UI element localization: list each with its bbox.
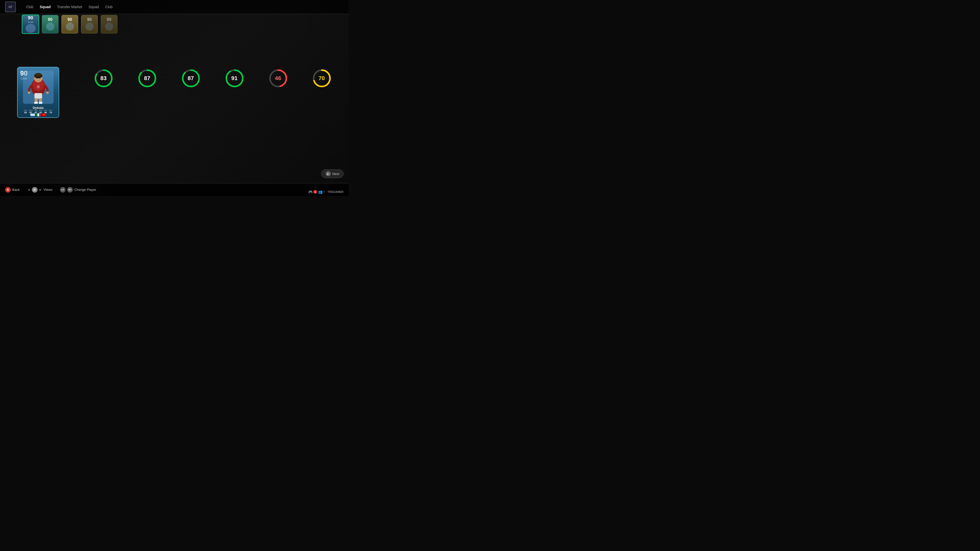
d-pad-icon: ◄ xyxy=(27,188,30,192)
card-player-image xyxy=(23,71,54,104)
defending-circle: 46 xyxy=(268,68,288,89)
mini-card-3[interactable]: 90 xyxy=(62,15,78,33)
player-card: 90 CAM xyxy=(17,67,59,118)
passing-circle: 87 xyxy=(181,68,201,89)
next-icon: ▶ xyxy=(326,171,331,176)
passing-value: 87 xyxy=(188,75,194,82)
b-button[interactable]: B xyxy=(5,187,11,192)
change-player-control: LT RT Change Player xyxy=(60,187,96,192)
nav-club[interactable]: Club xyxy=(26,4,33,10)
pace-value: 83 xyxy=(100,75,107,82)
r-button[interactable]: R xyxy=(32,187,38,192)
watermark: 🎮 1 👥 9 THEGAMER xyxy=(308,190,344,194)
nav-squad2[interactable]: Squad xyxy=(89,4,99,10)
change-player-label: Change Player xyxy=(74,188,96,192)
svg-rect-16 xyxy=(37,85,40,88)
next-label: Next xyxy=(332,172,339,176)
shooting-circle: 87 xyxy=(137,68,158,89)
next-button[interactable]: ▶ Next xyxy=(321,169,344,178)
views-control: ◄ R ► Views xyxy=(27,187,52,192)
notification-badge: 1 xyxy=(313,190,317,194)
nav-club2[interactable]: Club xyxy=(105,4,113,10)
svg-point-7 xyxy=(36,78,37,79)
shooting-value: 87 xyxy=(144,75,150,82)
club-logo: U7 xyxy=(5,2,16,12)
physical-value: 70 xyxy=(318,75,325,82)
mini-card-4[interactable]: 90 xyxy=(81,15,98,33)
pace-circle: 83 xyxy=(94,68,114,89)
active-mini-card[interactable]: 90 CAM xyxy=(22,14,39,34)
views-label: Views xyxy=(44,188,52,192)
mini-card-position: CAM xyxy=(28,21,33,24)
svg-point-6 xyxy=(35,73,41,76)
svg-point-9 xyxy=(28,91,30,94)
rt-button[interactable]: RT xyxy=(67,187,73,192)
italy-flag xyxy=(36,113,41,116)
bottom-bar: B Back ◄ R ► Views LT RT Change Player 🎮… xyxy=(0,183,348,196)
svg-rect-14 xyxy=(34,102,38,104)
stat-pac: PAC 83 xyxy=(24,110,27,114)
back-label: Back xyxy=(12,188,20,192)
back-control: B Back xyxy=(5,187,20,192)
svg-point-10 xyxy=(46,91,49,94)
top-nav: U7 Club Squad Transfer Market Squad Club xyxy=(0,0,348,14)
mini-card-rating: 90 xyxy=(28,15,33,21)
svg-point-8 xyxy=(39,78,40,79)
dribbling-circle: 91 xyxy=(224,68,245,89)
svg-rect-15 xyxy=(39,102,42,104)
controller-icon: 🎮 xyxy=(308,190,313,194)
card-flags: R xyxy=(30,113,46,116)
stat-phy: PHY 70 xyxy=(49,110,52,114)
players-icon: 👥 xyxy=(318,190,323,194)
player-count: 9 xyxy=(323,190,325,193)
argentina-flag xyxy=(30,113,35,116)
dribbling-value: 91 xyxy=(231,75,237,82)
nav-transfer-market[interactable]: Transfer Market xyxy=(57,4,82,10)
roma-badge: R xyxy=(41,113,46,116)
brand-name: THEGAMER xyxy=(328,190,344,193)
physical-circle: 70 xyxy=(312,68,332,89)
mini-card-5[interactable]: 89 xyxy=(101,15,118,33)
defending-value: 46 xyxy=(275,75,281,82)
card-player-name: Dybala xyxy=(33,106,44,110)
d-pad-right-icon: ► xyxy=(39,188,42,192)
mini-card-player xyxy=(25,24,36,33)
mini-card-2[interactable]: 90 xyxy=(42,15,59,33)
nav-squad[interactable]: Squad xyxy=(40,4,51,10)
nav-links: Club Squad Transfer Market Squad Club xyxy=(26,4,113,10)
lt-button[interactable]: LT xyxy=(60,187,65,192)
svg-rect-11 xyxy=(35,93,42,99)
